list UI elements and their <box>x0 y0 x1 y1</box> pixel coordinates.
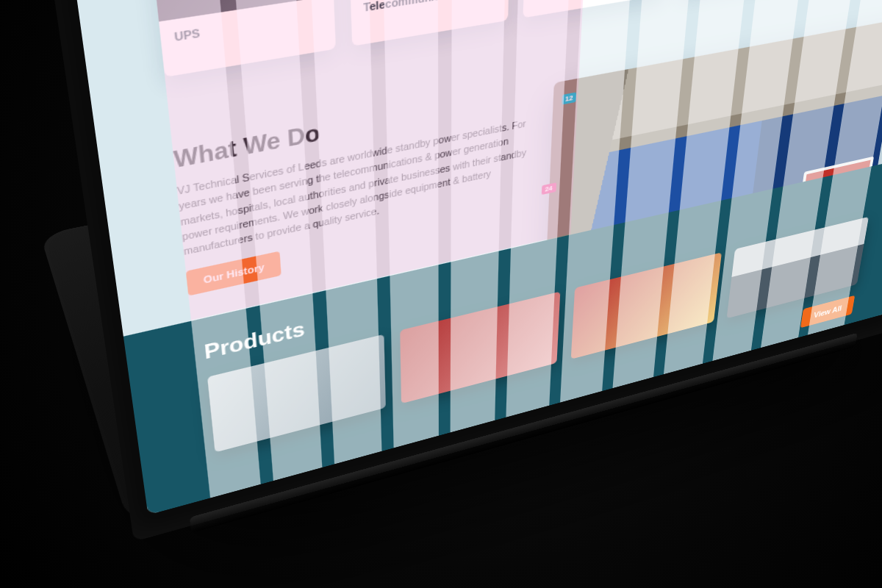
product-card[interactable] <box>400 291 561 404</box>
view-all-button[interactable]: View All <box>800 295 856 329</box>
grid-tint-region <box>152 0 589 320</box>
card-label: Telecommunications <box>351 0 509 32</box>
product-card[interactable] <box>571 252 722 359</box>
what-we-do-section: What We Do VJ Technical Services of Leed… <box>173 81 529 296</box>
card-label: Electricity Supply and Distribution <box>523 0 670 18</box>
laptop-lid: UPS Telecommunications Electricity Suppl… <box>47 0 882 542</box>
service-card-ups[interactable]: UPS <box>149 0 336 76</box>
service-card-telecom[interactable]: Telecommunications <box>348 0 512 46</box>
spacing-badge: 12 <box>562 92 577 104</box>
mockup-stage: escF1F2F3F4F5F6F7F8F9F10F11F12⏻ `1234567… <box>0 0 882 588</box>
products-heading: Products <box>203 318 305 365</box>
section-body: VJ Technical Services of Leeds are world… <box>176 115 528 259</box>
hero-image <box>545 18 882 277</box>
product-card[interactable] <box>207 334 386 453</box>
spacing-badge: 24 <box>541 182 556 195</box>
service-card-electricity[interactable]: Electricity Supply and Distribution <box>523 0 676 18</box>
card-image <box>149 0 334 21</box>
our-history-button[interactable]: Our History <box>186 251 281 296</box>
service-cards-row: UPS Telecommunications Electricity Suppl… <box>149 0 882 76</box>
card-label: UPS <box>159 0 335 62</box>
products-section: Products View All <box>123 156 882 515</box>
laptop: escF1F2F3F4F5F6F7F8F9F10F11F12⏻ `1234567… <box>40 116 882 528</box>
